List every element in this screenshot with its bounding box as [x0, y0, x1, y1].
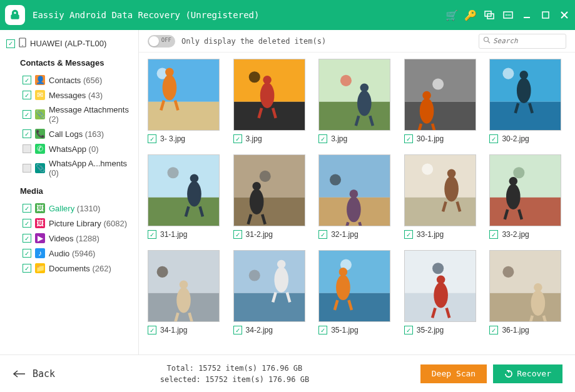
category-documents[interactable]: ✓📁Documents (262) — [6, 261, 132, 276]
maximize-icon[interactable] — [540, 9, 551, 21]
thumbnail-item[interactable]: ✓3.jpg — [318, 59, 395, 143]
search-input[interactable] — [493, 37, 562, 45]
minimize-icon[interactable] — [521, 9, 532, 21]
back-button[interactable]: Back — [13, 368, 55, 379]
thumbnail-checkbox[interactable]: ✓ — [148, 326, 156, 334]
thumbnail-checkbox[interactable]: ✓ — [148, 134, 156, 143]
deep-scan-button[interactable]: Deep Scan — [420, 364, 487, 383]
thumbnail-item[interactable]: ✓34-1.jpg — [148, 250, 225, 334]
category-checkbox[interactable]: ✓ — [23, 76, 31, 84]
thumbnail-filename: 32-1.jpg — [331, 230, 358, 239]
thumbnail-item[interactable]: ✓30-2.jpg — [489, 59, 566, 143]
svg-point-88 — [176, 288, 191, 313]
thumbnail-image[interactable] — [404, 59, 476, 131]
thumbnail-filename: 33-1.jpg — [417, 230, 444, 239]
thumbnail-checkbox[interactable]: ✓ — [404, 134, 413, 143]
close-icon[interactable] — [559, 9, 570, 21]
thumbnail-item[interactable]: ✓33-2.jpg — [489, 154, 566, 239]
thumbnail-image[interactable] — [318, 154, 390, 226]
thumbnail-image[interactable] — [489, 250, 561, 322]
category-checkbox[interactable]: ✓ — [23, 110, 31, 119]
total-line: Total: 15752 item(s) 176.96 GB — [55, 363, 414, 374]
category-call-logs[interactable]: ✓📞Call Logs (163) — [6, 126, 132, 141]
category-audio[interactable]: ✓♪Audio (5946) — [6, 246, 132, 261]
cart-icon[interactable]: 🛒 — [446, 9, 457, 21]
svg-point-38 — [432, 79, 444, 90]
thumbnail-checkbox[interactable]: ✓ — [318, 134, 327, 143]
thumbnail-image[interactable] — [489, 59, 561, 131]
thumbnail-checkbox[interactable]: ✓ — [233, 326, 242, 334]
recover-button[interactable]: Recover — [493, 364, 562, 383]
thumbnail-checkbox[interactable]: ✓ — [233, 134, 242, 143]
thumbnail-checkbox[interactable]: ✓ — [233, 230, 242, 239]
thumbnail-item[interactable]: ✓3.jpg — [233, 59, 310, 143]
category-checkbox[interactable]: ✓ — [23, 129, 31, 138]
thumbnail-item[interactable]: ✓30-1.jpg — [404, 59, 481, 143]
category-checkbox[interactable]: ✓ — [23, 234, 31, 243]
thumbnail-image[interactable] — [318, 250, 390, 322]
thumbnail-image[interactable] — [233, 154, 305, 226]
category-checkbox[interactable]: ✓ — [23, 264, 31, 273]
search-box[interactable] — [479, 34, 566, 49]
thumbnail-image[interactable] — [404, 154, 476, 226]
thumbnail-image[interactable] — [318, 59, 390, 131]
thumbnail-checkbox[interactable]: ✓ — [404, 326, 413, 334]
thumbnail-image[interactable] — [489, 154, 561, 226]
thumbnail-checkbox[interactable]: ✓ — [489, 230, 498, 239]
category-whatsapp-attach[interactable]: 📎WhatsApp A...hments (0) — [6, 156, 132, 180]
category-whatsapp[interactable]: ✆WhatsApp (0) — [6, 141, 132, 156]
thumbnail-item[interactable]: ✓34-2.jpg — [233, 250, 310, 334]
thumbnail-item[interactable]: ✓32-1.jpg — [318, 154, 395, 239]
thumbnail-item[interactable]: ✓35-2.jpg — [404, 250, 481, 334]
thumbnail-checkbox[interactable]: ✓ — [318, 326, 327, 334]
thumbnail-image[interactable] — [233, 250, 305, 322]
svg-point-0 — [14, 12, 16, 14]
category-checkbox[interactable]: ✓ — [23, 249, 31, 258]
deleted-only-toggle[interactable]: OFF — [148, 35, 175, 48]
thumbnail-item[interactable]: ✓35-1.jpg — [318, 250, 395, 334]
svg-point-25 — [260, 83, 274, 108]
thumbnail-item[interactable]: ✓31-1.jpg — [148, 154, 225, 239]
feedback-icon[interactable] — [484, 9, 495, 21]
category-pic-library[interactable]: ✓🖼Picture Library (6082) — [6, 216, 132, 231]
device-checkbox[interactable]: ✓ — [6, 39, 15, 48]
svg-rect-72 — [405, 198, 476, 226]
svg-point-31 — [340, 75, 352, 86]
thumbnail-checkbox[interactable]: ✓ — [318, 230, 327, 239]
menu-icon[interactable] — [502, 9, 514, 21]
svg-point-13 — [484, 38, 489, 42]
svg-point-68 — [350, 189, 359, 198]
thumbnail-filename: 31-2.jpg — [246, 230, 273, 239]
svg-point-115 — [503, 266, 514, 278]
category-gallery[interactable]: ✓🖼Gallery (1310) — [6, 201, 132, 216]
category-checkbox[interactable]: ✓ — [23, 219, 31, 228]
thumbnail-checkbox[interactable]: ✓ — [404, 230, 413, 239]
thumbnail-checkbox[interactable]: ✓ — [148, 230, 156, 239]
thumbnail-item[interactable]: ✓3- 3.jpg — [148, 59, 225, 143]
svg-point-75 — [447, 169, 456, 178]
category-messages[interactable]: ✓✉Messages (43) — [6, 88, 132, 103]
thumbnail-image[interactable] — [233, 59, 305, 131]
key-icon[interactable]: 🔑 — [465, 9, 476, 21]
category-videos[interactable]: ✓▶Videos (1288) — [6, 231, 132, 246]
category-checkbox[interactable]: ✓ — [23, 91, 31, 99]
thumbnail-checkbox[interactable]: ✓ — [489, 326, 498, 334]
svg-rect-92 — [234, 251, 305, 293]
category-checkbox[interactable] — [23, 144, 31, 153]
category-checkbox[interactable] — [23, 164, 31, 173]
thumbnail-item[interactable]: ✓33-1.jpg — [404, 154, 481, 239]
thumbnail-image[interactable] — [404, 250, 476, 322]
thumbnail-image[interactable] — [148, 59, 220, 131]
thumbnail-item[interactable]: ✓36-1.jpg — [489, 250, 566, 334]
thumbnail-image[interactable] — [148, 154, 220, 226]
thumbnail-checkbox[interactable]: ✓ — [489, 134, 498, 143]
device-row[interactable]: ✓ HUAWEI (ALP-TL00) — [6, 38, 132, 49]
category-contacts[interactable]: ✓👤Contacts (656) — [6, 73, 132, 88]
thumbnail-item[interactable]: ✓31-2.jpg — [233, 154, 310, 239]
category-checkbox[interactable]: ✓ — [23, 204, 31, 213]
category-msg-attach[interactable]: ✓📎Message Attachments (2) — [6, 103, 132, 126]
footer: Back Total: 15752 item(s) 176.96 GB sele… — [0, 354, 575, 392]
thumbnail-filename: 3.jpg — [331, 134, 347, 143]
svg-point-46 — [517, 78, 531, 103]
thumbnail-image[interactable] — [148, 250, 220, 322]
